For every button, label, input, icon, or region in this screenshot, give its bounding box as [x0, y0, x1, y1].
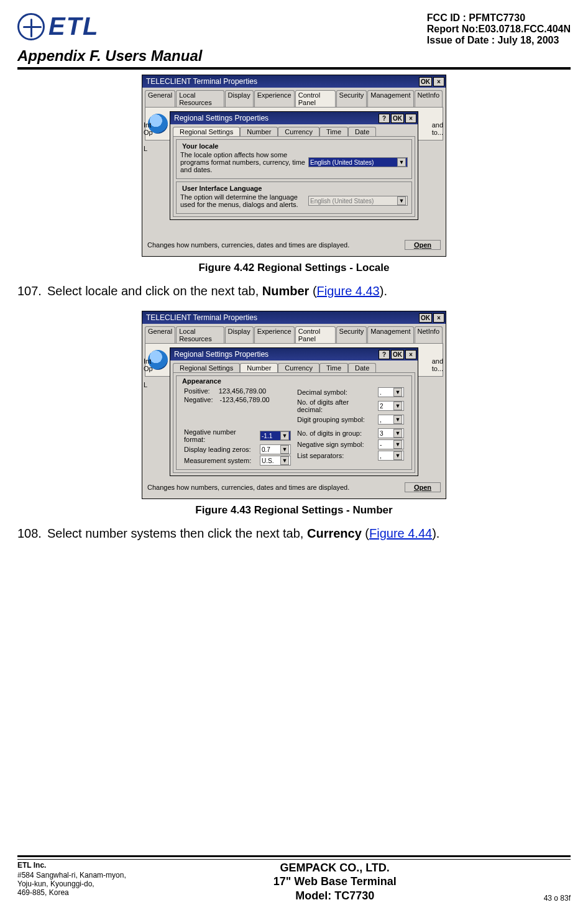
page-number: 43 o 83f	[544, 894, 571, 903]
grp-num-select[interactable]: 3▼	[378, 428, 404, 438]
tab-control-panel[interactable]: Control Panel	[295, 90, 336, 107]
locale-value: English (United States)	[310, 159, 374, 166]
status-text: Changes how numbers, currencies, dates a…	[147, 484, 349, 491]
neg-sign-select[interactable]: -▼	[378, 439, 404, 449]
tab-currency[interactable]: Currency	[278, 363, 319, 372]
outer-titlebar: TELECLIENT Terminal Properties OK ×	[142, 75, 446, 88]
ok-button[interactable]: OK	[391, 114, 404, 123]
tab-regional-settings[interactable]: Regional Settings	[173, 363, 240, 372]
tab-number[interactable]: Number	[240, 127, 278, 136]
neg-fmt-select[interactable]: -1.1▼	[260, 431, 291, 441]
step-text: (	[362, 526, 369, 540]
dlg-title: Regional Settings Properties	[172, 350, 377, 359]
chevron-down-icon[interactable]: ▼	[393, 440, 402, 449]
negative-value: -123,456,789.00	[220, 396, 270, 403]
chevron-down-icon[interactable]: ▼	[393, 388, 402, 397]
outer-window-title: TELECLIENT Terminal Properties	[144, 77, 418, 86]
meas-select[interactable]: U.S.▼	[260, 456, 291, 466]
tab-security[interactable]: Security	[336, 326, 367, 343]
tab-date[interactable]: Date	[348, 363, 376, 372]
chevron-down-icon[interactable]: ▼	[393, 451, 402, 460]
cropped-text: andto...	[432, 121, 443, 136]
chevron-down-icon[interactable]: ▼	[280, 456, 289, 465]
list-sep-label: List separators:	[297, 452, 375, 459]
tab-management[interactable]: Management	[367, 326, 413, 343]
figure-link[interactable]: Figure 4.44	[369, 526, 432, 540]
tab-experience[interactable]: Experience	[254, 326, 295, 343]
dec-digits-select[interactable]: 2▼	[378, 401, 404, 411]
step-text: Select locale and click on the next tab,	[47, 284, 262, 298]
footer-center: 17" Web Base Terminal	[126, 875, 544, 889]
chevron-down-icon[interactable]: ▼	[393, 429, 402, 438]
tab-control-panel[interactable]: Control Panel	[295, 326, 336, 343]
tab-general[interactable]: General	[145, 90, 175, 107]
positive-label: Positive:	[184, 387, 210, 395]
dec-sym-value: .	[380, 389, 382, 396]
zero-label: Display leading zeros:	[184, 446, 257, 453]
tab-general[interactable]: General	[145, 326, 175, 343]
close-button[interactable]: ×	[405, 350, 416, 359]
tab-local-resources[interactable]: Local Resources	[176, 326, 224, 343]
header-meta: FCC ID : PFMTC7730 Report No:E03.0718.FC…	[427, 12, 571, 46]
negative-label: Negative:	[184, 396, 213, 403]
footer-company: ETL Inc.	[17, 861, 126, 870]
ok-button[interactable]: OK	[419, 77, 432, 86]
tab-time[interactable]: Time	[319, 363, 348, 372]
tab-security[interactable]: Security	[336, 90, 367, 107]
tab-currency[interactable]: Currency	[278, 127, 319, 136]
cropped-text: IntOpL	[144, 357, 153, 388]
tab-experience[interactable]: Experience	[254, 90, 295, 107]
page-footer: ETL Inc. #584 Sangwhal-ri, Kanam-myon, Y…	[17, 855, 571, 903]
dec-sym-label: Decimal symbol:	[297, 388, 375, 396]
zero-select[interactable]: 0.7▼	[260, 444, 291, 454]
help-button[interactable]: ?	[379, 350, 390, 359]
outer-tabs: General Local Resources Display Experien…	[145, 326, 443, 343]
dlg-titlebar: Regional Settings Properties ? OK ×	[170, 348, 418, 361]
step-text: ).	[432, 526, 439, 540]
screenshot-locale: TELECLIENT Terminal Properties OK × Gene…	[142, 75, 446, 257]
appendix-title: Appendix F. Users Manual	[17, 47, 571, 65]
logo: ETL	[17, 12, 99, 40]
tab-regional-settings[interactable]: Regional Settings	[173, 127, 240, 136]
cropped-text: andto...	[432, 357, 443, 372]
help-button[interactable]: ?	[379, 114, 390, 123]
ok-button[interactable]: OK	[419, 313, 432, 323]
dec-digits-value: 2	[380, 403, 384, 410]
tab-netinfo[interactable]: NetInfo	[415, 90, 443, 107]
dec-digits-label: No. of digits after decimal:	[297, 398, 375, 413]
status-text: Changes how numbers, currencies, dates a…	[147, 241, 349, 249]
appearance-fieldset: Appearance Positive: 123,456,789.00 Nega…	[176, 375, 412, 470]
close-button[interactable]: ×	[433, 313, 444, 323]
locale-select[interactable]: English (United States) ▼	[308, 157, 408, 167]
open-button[interactable]: Open	[405, 482, 441, 492]
chevron-down-icon[interactable]: ▼	[393, 402, 402, 410]
grp-sym-select[interactable]: ,▼	[378, 415, 404, 425]
footer-address: Yoju-kun, Kyounggi-do,	[17, 880, 126, 888]
tab-display[interactable]: Display	[225, 326, 254, 343]
list-sep-value: ,	[380, 452, 382, 459]
step-bold: Number	[262, 284, 310, 298]
figure-link[interactable]: Figure 4.43	[317, 284, 380, 298]
chevron-down-icon[interactable]: ▼	[280, 445, 289, 454]
list-sep-select[interactable]: ,▼	[378, 451, 404, 461]
chevron-down-icon[interactable]: ▼	[397, 158, 406, 167]
grp-sym-label: Digit grouping symbol:	[297, 416, 375, 423]
tab-time[interactable]: Time	[319, 127, 348, 136]
ui-language-fieldset: User Interface Language The option will …	[176, 181, 412, 214]
open-button[interactable]: Open	[405, 240, 441, 250]
ok-button[interactable]: OK	[391, 350, 404, 359]
dec-sym-select[interactable]: .▼	[378, 387, 404, 397]
tab-number[interactable]: Number	[240, 363, 278, 372]
close-button[interactable]: ×	[405, 114, 416, 123]
tab-netinfo[interactable]: NetInfo	[415, 326, 443, 343]
tab-local-resources[interactable]: Local Resources	[176, 90, 224, 107]
step-number: 108.	[17, 526, 47, 541]
chevron-down-icon[interactable]: ▼	[393, 415, 402, 424]
chevron-down-icon: ▼	[397, 196, 406, 205]
tab-display[interactable]: Display	[225, 90, 254, 107]
close-button[interactable]: ×	[433, 77, 444, 86]
dlg-title: Regional Settings Properties	[172, 114, 377, 122]
tab-management[interactable]: Management	[367, 90, 413, 107]
chevron-down-icon[interactable]: ▼	[280, 431, 289, 440]
tab-date[interactable]: Date	[348, 127, 376, 136]
